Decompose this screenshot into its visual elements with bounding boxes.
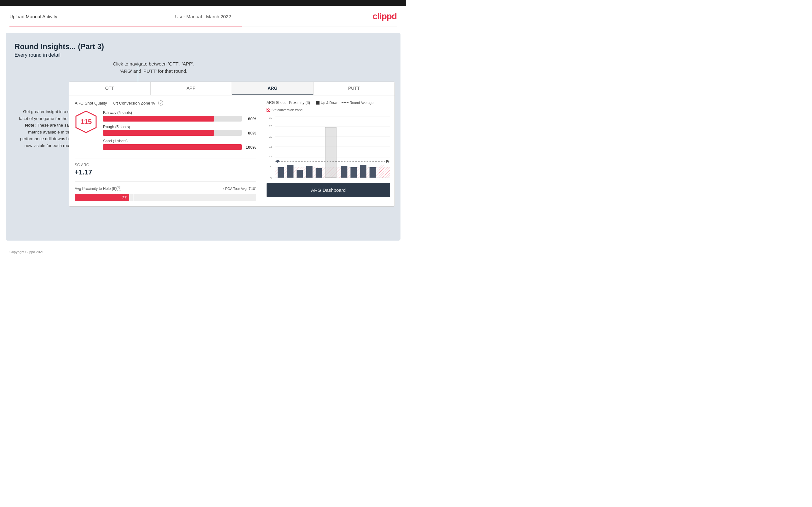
right-panel-header: ARG Shots - Proximity (ft) Up & Down Rou… bbox=[266, 101, 390, 112]
tab-arg[interactable]: ARG bbox=[232, 82, 313, 95]
tab-ott[interactable]: OTT bbox=[69, 82, 151, 95]
bar-row-fairway: Fairway (5 shots) 80% bbox=[103, 111, 256, 122]
arg-chart: 0 5 10 15 20 25 30 bbox=[266, 116, 390, 179]
svg-text:30: 30 bbox=[269, 116, 272, 119]
bar-row-sand: Sand (1 shots) 100% bbox=[103, 139, 256, 150]
proximity-bar-track: 77' bbox=[75, 194, 256, 201]
bar-label-fairway: Fairway (5 shots) bbox=[103, 111, 256, 115]
svg-rect-32 bbox=[385, 167, 390, 178]
bar-label-sand: Sand (1 shots) bbox=[103, 139, 256, 143]
svg-text:15: 15 bbox=[269, 145, 272, 148]
bar-pct-rough: 80% bbox=[244, 131, 256, 135]
bar-track-rough bbox=[103, 130, 242, 136]
bar-label-rough: Rough (5 shots) bbox=[103, 125, 256, 129]
header-center-label: User Manual - March 2022 bbox=[175, 14, 231, 19]
top-bar bbox=[0, 0, 406, 6]
svg-rect-23 bbox=[306, 166, 313, 178]
proximity-bar-fill: 77' bbox=[75, 194, 129, 201]
proximity-section: Avg Proximity to Hole (ft) ? ↑ PGA Tour … bbox=[75, 181, 256, 201]
legend-label-round-avg: Round Average bbox=[350, 101, 374, 105]
proximity-question-icon[interactable]: ? bbox=[116, 186, 121, 191]
main-content: Round Insights... (Part 3) Every round i… bbox=[6, 33, 401, 240]
svg-rect-22 bbox=[297, 170, 303, 178]
left-panel: ARG Shot Quality 6ft Conversion Zone % ?… bbox=[69, 96, 262, 206]
svg-rect-21 bbox=[287, 165, 293, 178]
shot-quality-bars: Fairway (5 shots) 80% Rough (5 shots) bbox=[103, 111, 256, 153]
chart-area: 0 5 10 15 20 25 30 bbox=[266, 116, 390, 179]
hex-score-row: 115 Fairway (5 shots) 80% bbox=[75, 111, 256, 153]
svg-rect-25 bbox=[325, 127, 336, 178]
bar-track-sand bbox=[103, 144, 242, 150]
pga-avg-label: ↑ PGA Tour Avg: 7'10" bbox=[222, 187, 256, 190]
svg-text:5: 5 bbox=[270, 166, 271, 169]
legend-6ft-zone: 6 ft conversion zone bbox=[266, 108, 303, 112]
svg-rect-28 bbox=[350, 167, 357, 178]
bar-container-fairway: 80% bbox=[103, 116, 256, 122]
arg-dashboard-button[interactable]: ARG Dashboard bbox=[266, 183, 390, 197]
sg-value: +1.17 bbox=[75, 168, 256, 176]
svg-rect-20 bbox=[277, 167, 284, 178]
svg-rect-24 bbox=[316, 168, 322, 178]
hex-value: 115 bbox=[80, 118, 92, 126]
legend-up-down: Up & Down bbox=[316, 101, 339, 105]
header-divider bbox=[9, 26, 397, 26]
bar-fill-rough bbox=[103, 130, 214, 136]
header: Upload Manual Activity User Manual - Mar… bbox=[0, 6, 406, 26]
svg-text:0: 0 bbox=[270, 176, 272, 179]
footer: Copyright Clippd 2021 bbox=[0, 247, 406, 257]
bar-track-fairway bbox=[103, 116, 242, 122]
copyright: Copyright Clippd 2021 bbox=[9, 250, 44, 254]
svg-rect-29 bbox=[360, 165, 366, 178]
bar-pct-fairway: 80% bbox=[244, 116, 256, 121]
right-panel-title: ARG Shots - Proximity (ft) bbox=[266, 101, 310, 105]
svg-rect-31 bbox=[379, 165, 384, 178]
logo-area: clippd bbox=[373, 11, 397, 21]
svg-rect-27 bbox=[341, 166, 347, 178]
sg-label: SG ARG bbox=[75, 163, 256, 167]
proximity-header: Avg Proximity to Hole (ft) ? ↑ PGA Tour … bbox=[75, 186, 256, 191]
proximity-marker bbox=[133, 194, 133, 201]
svg-rect-30 bbox=[370, 167, 376, 178]
right-panel: ARG Shots - Proximity (ft) Up & Down Rou… bbox=[262, 96, 395, 206]
panel-header: ARG Shot Quality 6ft Conversion Zone % ? bbox=[75, 101, 256, 106]
bar-fill-sand bbox=[103, 144, 242, 150]
page-title: Round Insights... (Part 3) bbox=[14, 42, 392, 51]
page-subtitle: Every round in detail bbox=[14, 52, 392, 58]
legend-dashed-line bbox=[342, 102, 349, 103]
shot-quality-label: ARG Shot Quality bbox=[75, 101, 107, 106]
tabs-row: OTT APP ARG PUTT bbox=[69, 82, 395, 96]
bar-row-rough: Rough (5 shots) 80% bbox=[103, 125, 256, 136]
hexagon-score: 115 bbox=[75, 111, 97, 133]
dashboard-card: OTT APP ARG PUTT ARG Shot Quality 6ft Co… bbox=[69, 81, 395, 207]
svg-text:25: 25 bbox=[269, 125, 272, 128]
svg-text:20: 20 bbox=[269, 135, 272, 138]
svg-marker-34 bbox=[275, 160, 280, 163]
svg-text:10: 10 bbox=[269, 156, 272, 159]
tab-app[interactable]: APP bbox=[151, 82, 232, 95]
proximity-value: 77' bbox=[122, 195, 127, 200]
clippd-logo: clippd bbox=[373, 11, 397, 21]
sg-section: SG ARG +1.17 bbox=[75, 158, 256, 176]
tab-putt[interactable]: PUTT bbox=[313, 82, 395, 95]
question-icon[interactable]: ? bbox=[158, 101, 163, 106]
conversion-label: 6ft Conversion Zone % bbox=[113, 101, 155, 106]
bar-pct-sand: 100% bbox=[244, 145, 256, 150]
bar-container-rough: 80% bbox=[103, 130, 256, 136]
legend-round-avg: Round Average bbox=[342, 101, 374, 105]
annotation-text: Click to navigate between 'OTT', 'APP', … bbox=[113, 60, 194, 75]
upload-label: Upload Manual Activity bbox=[9, 14, 57, 19]
legend-label-updown: Up & Down bbox=[321, 101, 339, 105]
legend-box-updown bbox=[316, 101, 319, 105]
legend-label-6ft: 6 ft conversion zone bbox=[271, 108, 303, 112]
card-body: ARG Shot Quality 6ft Conversion Zone % ?… bbox=[69, 96, 395, 206]
svg-text:8: 8 bbox=[388, 160, 390, 163]
bar-fill-fairway bbox=[103, 116, 214, 122]
proximity-label: Avg Proximity to Hole (ft) bbox=[75, 186, 116, 191]
legend-hatched-box bbox=[266, 108, 270, 112]
bar-container-sand: 100% bbox=[103, 144, 256, 150]
